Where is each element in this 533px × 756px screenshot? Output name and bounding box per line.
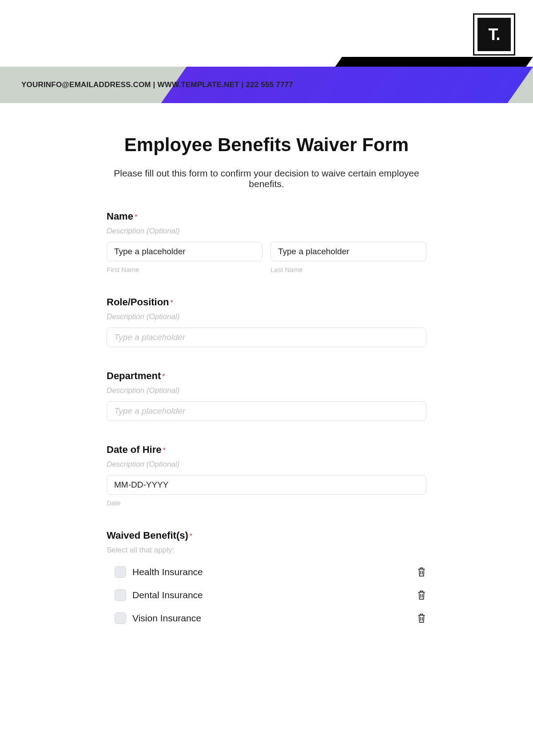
header-banner: YOURINFO@EMAILADDRESS.COM | WWW.TEMPLATE… <box>0 67 533 103</box>
waived-option-label: Health Insurance <box>132 567 203 577</box>
name-label: Name <box>107 211 133 222</box>
field-name: Name* Description (Optional) First Name … <box>107 211 426 273</box>
required-asterisk: * <box>190 532 192 540</box>
waived-checkbox-health[interactable] <box>115 566 126 578</box>
trash-icon[interactable] <box>417 566 426 578</box>
decorative-slash <box>334 57 533 68</box>
hire-description: Description (Optional) <box>107 460 426 469</box>
date-of-hire-input[interactable] <box>107 475 426 495</box>
hire-label: Date of Hire <box>107 444 161 455</box>
waived-checkbox-dental[interactable] <box>115 589 126 601</box>
role-input[interactable] <box>107 328 426 347</box>
brand-logo: T. <box>473 13 515 56</box>
field-role: Role/Position* Description (Optional) <box>107 296 426 347</box>
last-name-sublabel: Last Name <box>270 266 426 273</box>
trash-icon[interactable] <box>417 612 426 624</box>
required-asterisk: * <box>162 373 165 380</box>
required-asterisk: * <box>171 299 173 307</box>
required-asterisk: * <box>135 213 137 221</box>
department-description: Description (Optional) <box>107 386 426 395</box>
department-input[interactable] <box>107 401 426 421</box>
waived-option-row: Health Insurance <box>107 563 426 586</box>
field-department: Department* Description (Optional) <box>107 370 426 421</box>
role-label: Role/Position <box>107 296 169 308</box>
last-name-input[interactable] <box>270 242 426 261</box>
waived-label: Waived Benefit(s) <box>107 530 188 541</box>
waived-option-label: Dental Insurance <box>132 590 203 600</box>
first-name-sublabel: First Name <box>107 266 263 273</box>
waived-option-label: Vision Insurance <box>132 613 201 624</box>
field-date-of-hire: Date of Hire* Description (Optional) Dat… <box>107 444 426 507</box>
required-asterisk: * <box>163 447 165 454</box>
waived-option-row: Vision Insurance <box>107 609 426 632</box>
banner-contact-text: YOURINFO@EMAILADDRESS.COM | WWW.TEMPLATE… <box>0 80 293 89</box>
name-description: Description (Optional) <box>107 227 426 236</box>
field-waived-benefits: Waived Benefit(s)* Select all that apply… <box>107 530 426 632</box>
role-description: Description (Optional) <box>107 312 426 321</box>
first-name-input[interactable] <box>107 242 263 261</box>
brand-logo-text: T. <box>477 18 511 51</box>
waived-checkbox-vision[interactable] <box>115 612 126 624</box>
form-title: Employee Benefits Waiver Form <box>107 134 426 156</box>
waived-helper: Select all that apply: <box>107 546 426 555</box>
form-subtitle: Please fill out this form to confirm you… <box>107 168 426 189</box>
trash-icon[interactable] <box>417 589 426 601</box>
hire-sublabel: Date <box>107 499 426 507</box>
department-label: Department <box>107 370 161 381</box>
waived-option-row: Dental Insurance <box>107 586 426 609</box>
